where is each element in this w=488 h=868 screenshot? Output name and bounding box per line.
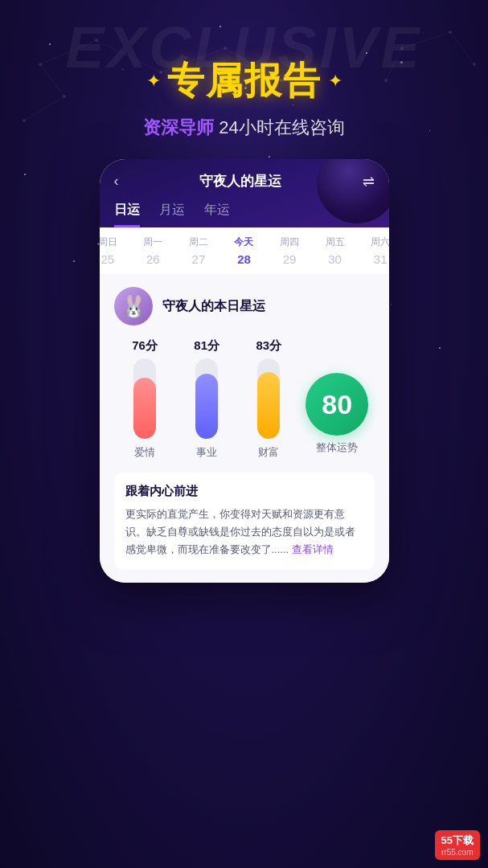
score-overall: 80 整体运势 bbox=[300, 373, 375, 460]
tab-yearly[interactable]: 年运 bbox=[204, 202, 230, 227]
cal-day-fri[interactable]: 周五 30 bbox=[320, 235, 351, 266]
score-career-cat: 事业 bbox=[196, 445, 217, 460]
cal-day-name-sun: 周日 bbox=[100, 235, 117, 249]
cal-day-name-mon: 周一 bbox=[143, 235, 162, 249]
subtitle: 资深导师 24小时在线咨询 bbox=[0, 116, 488, 140]
tab-monthly[interactable]: 月运 bbox=[159, 202, 185, 227]
header-section: ✦ 专属报告 ✦ 资深导师 24小时在线咨询 bbox=[0, 0, 488, 140]
tab-daily[interactable]: 日运 bbox=[114, 202, 140, 227]
score-overall-number: 80 bbox=[322, 389, 352, 420]
article-heading: 跟着内心前进 bbox=[125, 484, 363, 499]
cal-day-num-sat: 31 bbox=[374, 252, 388, 266]
score-wealth-bar-fill bbox=[257, 372, 280, 439]
score-love-bar-container bbox=[133, 358, 156, 439]
score-love-bar-fill bbox=[133, 378, 156, 439]
score-wealth-cat: 财富 bbox=[258, 445, 279, 460]
back-button[interactable]: ‹ bbox=[114, 173, 119, 190]
cal-day-name-today: 今天 bbox=[234, 235, 253, 249]
title-row: ✦ 专属报告 ✦ bbox=[0, 56, 488, 106]
user-title-text: 守夜人的本日星运 bbox=[162, 298, 265, 315]
score-wealth: 83分 财富 bbox=[238, 338, 300, 460]
calendar-row: 周日 25 周一 26 周二 27 今天 28 周四 29 周五 30 bbox=[100, 227, 389, 274]
cal-day-sun[interactable]: 周日 25 bbox=[100, 235, 123, 266]
cal-day-num-today: 28 bbox=[237, 252, 251, 266]
score-overall-label: 整体运势 bbox=[316, 440, 358, 455]
main-title: 专属报告 bbox=[167, 56, 322, 106]
score-career-label: 81分 bbox=[194, 338, 219, 354]
score-love: 76分 爱情 bbox=[114, 338, 176, 460]
cal-day-num-fri: 30 bbox=[328, 252, 342, 266]
cal-day-mon[interactable]: 周一 26 bbox=[137, 235, 168, 266]
score-career: 81分 事业 bbox=[176, 338, 238, 460]
cal-day-name-sat: 周六 bbox=[371, 235, 388, 249]
cal-day-num-thu: 29 bbox=[283, 252, 297, 266]
phone-top-section: ‹ 守夜人的星运 ⇌ 日运 月运 年运 bbox=[100, 159, 389, 227]
cal-day-today[interactable]: 今天 28 bbox=[228, 235, 259, 266]
article-read-more-link[interactable]: 查看详情 bbox=[292, 543, 334, 555]
score-career-bar-container bbox=[195, 358, 218, 439]
article-body: 更实际的直觉产生，你变得对天赋和资源更有意识。缺乏自尊或缺钱是你过去的态度自以为… bbox=[125, 506, 363, 559]
user-avatar: 🐰 bbox=[114, 287, 153, 326]
cal-day-tue[interactable]: 周二 27 bbox=[183, 235, 214, 266]
score-wealth-bar-container bbox=[257, 358, 280, 439]
score-career-bar-fill bbox=[195, 374, 218, 439]
article-section: 跟着内心前进 更实际的直觉产生，你变得对天赋和资源更有意识。缺乏自尊或缺钱是你过… bbox=[114, 473, 375, 570]
cal-day-num-tue: 27 bbox=[192, 252, 206, 266]
score-love-cat: 爱情 bbox=[134, 445, 155, 460]
scores-section: 76分 爱情 81分 事业 83分 bbox=[114, 338, 375, 460]
score-love-label: 76分 bbox=[132, 338, 158, 354]
subtitle-highlight: 资深导师 bbox=[143, 117, 214, 137]
sparkle-right-icon: ✦ bbox=[328, 71, 342, 92]
subtitle-suffix: 24小时在线咨询 bbox=[214, 117, 345, 137]
cal-day-thu[interactable]: 周四 29 bbox=[274, 235, 305, 266]
phone-frame: ‹ 守夜人的星运 ⇌ 日运 月运 年运 周日 25 周一 26 周二 bbox=[100, 159, 389, 583]
phone-mockup: ‹ 守夜人的星运 ⇌ 日运 月运 年运 周日 25 周一 26 周二 bbox=[100, 159, 389, 583]
menu-icon[interactable]: ⇌ bbox=[363, 173, 375, 190]
cal-day-name-thu: 周四 bbox=[280, 235, 299, 249]
user-header: 🐰 守夜人的本日星运 bbox=[114, 287, 375, 326]
watermark-badge: 55下载 rr55.com bbox=[435, 830, 480, 860]
cal-day-num-sun: 25 bbox=[100, 252, 114, 266]
sparkle-left-icon: ✦ bbox=[146, 71, 161, 92]
cal-day-name-tue: 周二 bbox=[189, 235, 208, 249]
score-wealth-label: 83分 bbox=[256, 338, 282, 354]
cal-day-sat[interactable]: 周六 31 bbox=[365, 235, 388, 266]
nav-title: 守夜人的星运 bbox=[199, 172, 281, 190]
cal-day-name-fri: 周五 bbox=[326, 235, 345, 249]
watermark-site: rr55.com bbox=[441, 848, 473, 857]
watermark-num: 55下载 bbox=[441, 833, 474, 848]
score-overall-circle: 80 bbox=[306, 373, 368, 436]
watermark-badge-inner: 55下载 rr55.com bbox=[435, 830, 480, 860]
avatar-emoji: 🐰 bbox=[121, 294, 146, 319]
cal-day-num-mon: 26 bbox=[146, 252, 160, 266]
phone-bottom-section: 🐰 守夜人的本日星运 76分 爱情 81分 bbox=[100, 274, 389, 583]
